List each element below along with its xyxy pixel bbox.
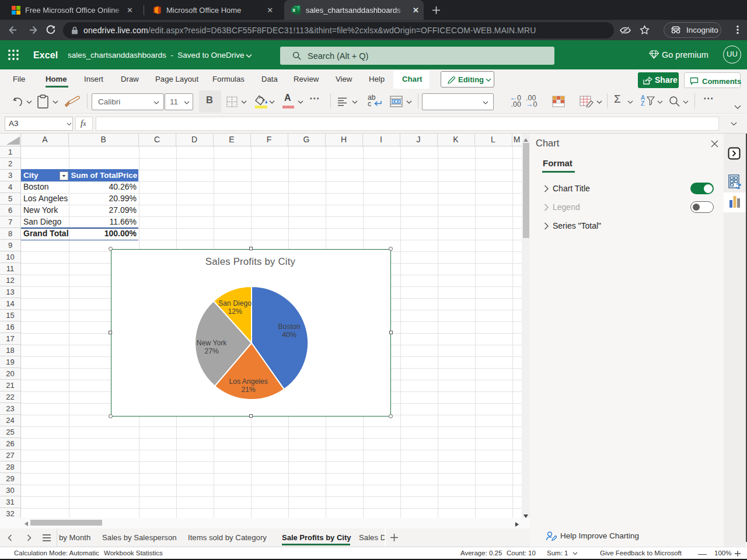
svg-text:x: x [292,7,295,13]
